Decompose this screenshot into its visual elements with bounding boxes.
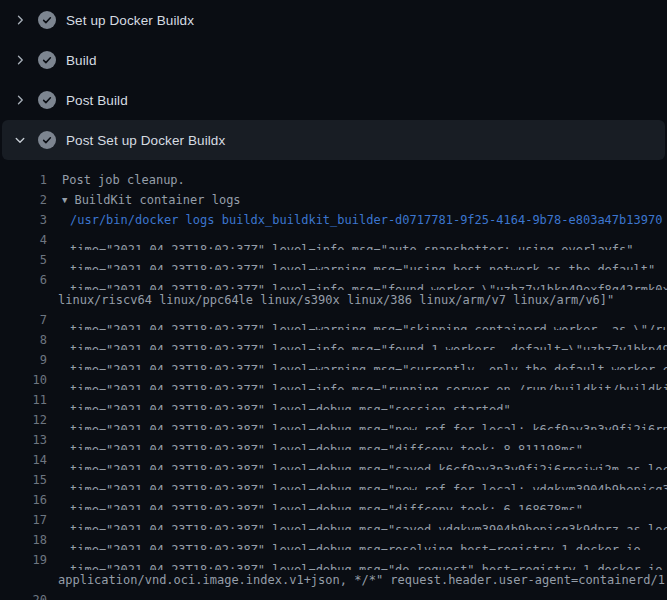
log-line-text: time="2021-04-23T18:02:38Z" level=debug … <box>47 530 641 550</box>
chevron-right-icon <box>12 12 28 28</box>
log-line-number[interactable]: 5 <box>0 250 47 270</box>
step-label: Post Set up Docker Buildx <box>66 133 225 148</box>
log-line-text: Post job cleanup. <box>47 170 185 190</box>
log-line-number[interactable]: 12 <box>0 410 47 430</box>
log-line: 12 time="2021-04-23T18:02:38Z" level=deb… <box>0 410 667 430</box>
check-circle-icon <box>38 131 56 149</box>
step-list: Set up Docker Buildx Build Post Build <box>0 0 667 160</box>
log-line-text: time="2021-04-23T18:02:38Z" level=debug … <box>47 390 511 410</box>
log-output: 1 Post job cleanup. 2 ▼BuildKit containe… <box>0 160 667 600</box>
log-line-text: time="2021-04-23T18:02:37Z" level=info m… <box>47 270 667 290</box>
log-line-number[interactable]: 18 <box>0 530 47 550</box>
log-line: 13 time="2021-04-23T18:02:38Z" level=deb… <box>0 430 667 450</box>
step-row-post-build[interactable]: Post Build <box>0 80 667 120</box>
log-line-text: time="2021-04-23T18:02:38Z" level=debug … <box>47 470 667 490</box>
log-line-number[interactable]: 2 <box>0 190 47 210</box>
log-line-number[interactable] <box>0 290 47 310</box>
log-line-number[interactable]: 17 <box>0 510 47 530</box>
log-line-text: time="2021-04-23T18:02:37Z" level=warnin… <box>47 250 655 270</box>
step-row-post-setup-docker-buildx[interactable]: Post Set up Docker Buildx <box>2 120 665 160</box>
log-line: 20 time="2021-04-23T18:02:38Z" level=deb… <box>0 590 667 600</box>
step-label: Set up Docker Buildx <box>66 13 194 28</box>
log-line-text[interactable]: ▼BuildKit container logs <box>47 190 241 210</box>
log-line-number[interactable]: 16 <box>0 490 47 510</box>
log-line-text: time="2021-04-23T18:02:38Z" level=debug … <box>47 590 667 600</box>
log-line-text: time="2021-04-23T18:02:37Z" level=info m… <box>47 330 667 350</box>
log-line: application/vnd.oci.image.index.v1+json,… <box>0 570 667 590</box>
log-line: linux/riscv64 linux/ppc64le linux/s390x … <box>0 290 667 310</box>
log-line-text: linux/riscv64 linux/ppc64le linux/s390x … <box>47 290 614 310</box>
log-line-text: time="2021-04-23T18:02:38Z" level=debug … <box>47 550 667 570</box>
log-line: 15 time="2021-04-23T18:02:38Z" level=deb… <box>0 470 667 490</box>
log-line-number[interactable]: 11 <box>0 390 47 410</box>
log-line: 10 time="2021-04-23T18:02:37Z" level=inf… <box>0 370 667 390</box>
log-line-number[interactable]: 14 <box>0 450 47 470</box>
log-line-number[interactable]: 13 <box>0 430 47 450</box>
log-line: 9 time="2021-04-23T18:02:37Z" level=warn… <box>0 350 667 370</box>
log-line-text: time="2021-04-23T18:02:37Z" level=info m… <box>47 370 667 390</box>
log-line-text: time="2021-04-23T18:02:38Z" level=debug … <box>47 450 667 470</box>
log-line-number[interactable]: 9 <box>0 350 47 370</box>
log-line: 7 time="2021-04-23T18:02:37Z" level=warn… <box>0 310 667 330</box>
log-line-number[interactable] <box>0 570 47 590</box>
chevron-down-icon <box>12 132 28 148</box>
step-row-setup-docker-buildx[interactable]: Set up Docker Buildx <box>0 0 667 40</box>
log-line-text: time="2021-04-23T18:02:37Z" level=warnin… <box>47 350 667 370</box>
log-line-text: time="2021-04-23T18:02:38Z" level=debug … <box>47 410 667 430</box>
collapse-caret-icon[interactable]: ▼ <box>62 190 67 210</box>
check-circle-icon <box>38 91 56 109</box>
log-line-number[interactable]: 3 <box>0 210 47 230</box>
step-label: Build <box>66 53 97 68</box>
step-label: Post Build <box>66 93 128 108</box>
step-row-build[interactable]: Build <box>0 40 667 80</box>
log-line-text: time="2021-04-23T18:02:37Z" level=warnin… <box>47 310 667 330</box>
log-line-number[interactable]: 8 <box>0 330 47 350</box>
log-line-number[interactable]: 4 <box>0 230 47 250</box>
log-line-number[interactable]: 10 <box>0 370 47 390</box>
chevron-right-icon <box>12 92 28 108</box>
log-line-number[interactable]: 6 <box>0 270 47 290</box>
log-line-number[interactable]: 19 <box>0 550 47 570</box>
log-line-number[interactable]: 7 <box>0 310 47 330</box>
log-line: 16 time="2021-04-23T18:02:38Z" level=deb… <box>0 490 667 510</box>
log-line-text: time="2021-04-23T18:02:38Z" level=debug … <box>47 490 583 510</box>
log-line: 4 time="2021-04-23T18:02:37Z" level=info… <box>0 230 667 250</box>
log-line-text: time="2021-04-23T18:02:38Z" level=debug … <box>47 430 583 450</box>
log-line-text: /usr/bin/docker logs buildx_buildkit_bui… <box>47 210 662 230</box>
log-line: 6 time="2021-04-23T18:02:37Z" level=info… <box>0 270 667 290</box>
log-line: 14 time="2021-04-23T18:02:38Z" level=deb… <box>0 450 667 470</box>
log-line-text: time="2021-04-23T18:02:38Z" level=debug … <box>47 510 667 530</box>
log-line: 5 time="2021-04-23T18:02:37Z" level=warn… <box>0 250 667 270</box>
log-line-text: application/vnd.oci.image.index.v1+json,… <box>47 570 667 590</box>
log-line: 3 /usr/bin/docker logs buildx_buildkit_b… <box>0 210 667 230</box>
actions-log-viewer: Set up Docker Buildx Build Post Build <box>0 0 667 600</box>
log-line: 11 time="2021-04-23T18:02:38Z" level=deb… <box>0 390 667 410</box>
check-circle-icon <box>38 11 56 29</box>
log-line-number[interactable]: 15 <box>0 470 47 490</box>
log-line: 18 time="2021-04-23T18:02:38Z" level=deb… <box>0 530 667 550</box>
log-line: 17 time="2021-04-23T18:02:38Z" level=deb… <box>0 510 667 530</box>
check-circle-icon <box>38 51 56 69</box>
log-line-text: time="2021-04-23T18:02:37Z" level=info m… <box>47 230 634 250</box>
log-line-number[interactable]: 1 <box>0 170 47 190</box>
log-line: 2 ▼BuildKit container logs <box>0 190 667 210</box>
log-line: 19 time="2021-04-23T18:02:38Z" level=deb… <box>0 550 667 570</box>
log-line: 8 time="2021-04-23T18:02:37Z" level=info… <box>0 330 667 350</box>
chevron-right-icon <box>12 52 28 68</box>
log-line: 1 Post job cleanup. <box>0 170 667 190</box>
log-line-number[interactable]: 20 <box>0 590 47 600</box>
